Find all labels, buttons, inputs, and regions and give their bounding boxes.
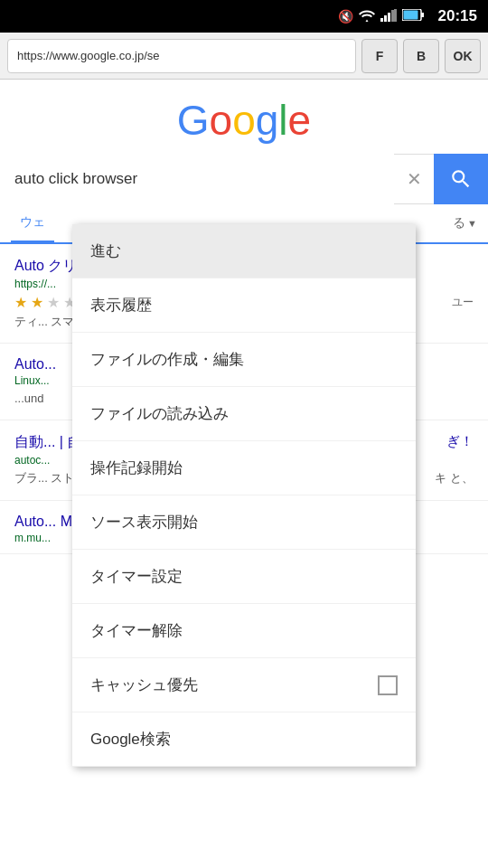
dropdown-item-2[interactable]: ファイルの作成・編集 [72, 333, 416, 387]
mute-icon: 🔇 [338, 9, 353, 24]
dropdown-item-1[interactable]: 表示履歴 [72, 278, 416, 333]
svg-rect-3 [391, 10, 394, 22]
forward-button[interactable]: F [361, 39, 398, 73]
svg-rect-4 [394, 9, 397, 22]
dropdown-item-label-6: タイマー設定 [90, 566, 183, 587]
dropdown-item-4[interactable]: 操作記録開始 [72, 441, 416, 495]
dropdown-item-6[interactable]: タイマー設定 [72, 550, 416, 604]
dropdown-item-label-5: ソース表示開始 [90, 512, 198, 533]
dropdown-item-3[interactable]: ファイルの読み込み [72, 387, 416, 441]
search-clear-button[interactable]: ✕ [394, 154, 434, 204]
tab-more-dropdown[interactable]: る ▼ [453, 215, 477, 231]
google-logo-area: Google [0, 80, 488, 154]
dropdown-item-label-1: 表示履歴 [90, 295, 152, 316]
dropdown-item-label-8: キャッシュ優先 [90, 675, 198, 695]
signal-icon [380, 9, 397, 24]
dropdown-item-9[interactable]: Google検索 [72, 712, 416, 767]
dropdown-items-container: 進む表示履歴ファイルの作成・編集ファイルの読み込み操作記録開始ソース表示開始タイ… [72, 224, 416, 767]
dropdown-item-label-7: タイマー解除 [90, 620, 183, 641]
status-bar: 🔇 20:15 [0, 0, 488, 33]
dropdown-item-5[interactable]: ソース表示開始 [72, 495, 416, 550]
dropdown-item-checkbox-8[interactable] [378, 675, 398, 695]
dropdown-item-7[interactable]: タイマー解除 [72, 604, 416, 658]
dropdown-item-0[interactable]: 進む [72, 224, 416, 278]
ok-button[interactable]: OK [445, 39, 481, 73]
tab-web[interactable]: ウェ [11, 203, 54, 243]
context-menu: 進む表示履歴ファイルの作成・編集ファイルの読み込み操作記録開始ソース表示開始タイ… [72, 224, 416, 767]
search-icon [449, 167, 473, 191]
search-submit-button[interactable] [434, 154, 488, 204]
svg-rect-6 [421, 13, 424, 17]
svg-rect-0 [380, 18, 383, 22]
svg-rect-7 [403, 11, 418, 20]
wifi-icon [359, 9, 375, 24]
dropdown-item-label-2: ファイルの作成・編集 [90, 349, 244, 370]
dropdown-item-label-0: 進む [90, 241, 121, 261]
dropdown-item-label-3: ファイルの読み込み [90, 403, 229, 424]
svg-rect-2 [388, 13, 390, 22]
tab-more-label: る [453, 215, 465, 231]
dropdown-item-label-9: Google検索 [90, 729, 171, 750]
address-bar-row: F B OK [0, 33, 488, 80]
battery-icon [402, 9, 424, 24]
address-input[interactable] [7, 39, 356, 73]
status-time: 20:15 [438, 7, 477, 25]
chevron-down-icon: ▼ [467, 218, 477, 229]
search-bar: ✕ [0, 154, 488, 204]
status-icons: 🔇 [338, 9, 424, 24]
svg-rect-1 [384, 15, 387, 22]
dropdown-item-8[interactable]: キャッシュ優先 [72, 658, 416, 712]
back-button[interactable]: B [403, 39, 439, 73]
google-logo: Google [177, 96, 311, 145]
dropdown-item-label-4: 操作記録開始 [90, 458, 183, 478]
tab-web-label: ウェ [20, 214, 45, 231]
search-input[interactable] [0, 154, 394, 204]
